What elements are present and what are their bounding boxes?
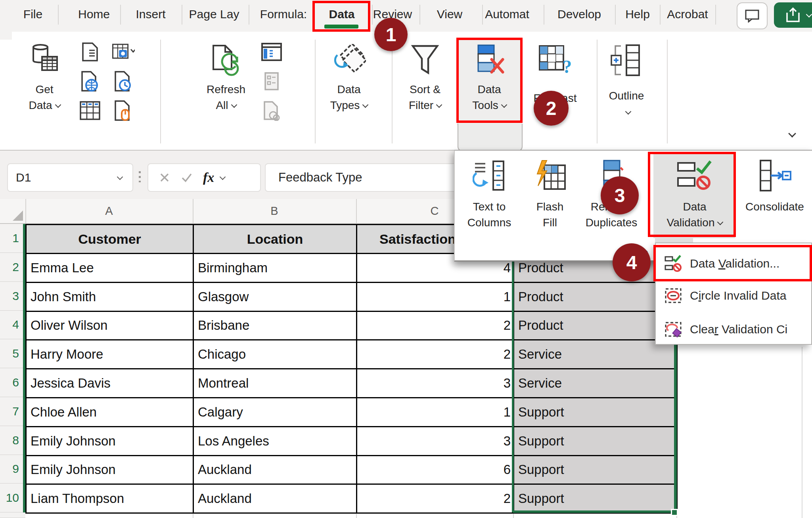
cell-A3[interactable]: John Smith bbox=[26, 282, 193, 311]
get-data-label: Get bbox=[35, 82, 53, 97]
column-header-A[interactable]: A bbox=[25, 199, 193, 223]
enter-check-icon[interactable] bbox=[181, 172, 193, 183]
menu-item-circle-invalid-data[interactable]: Circle Invalid Data bbox=[656, 279, 812, 313]
tab-home[interactable]: Home bbox=[78, 0, 110, 29]
tab-insert[interactable]: Insert bbox=[136, 0, 165, 29]
flash-fill-button[interactable]: Flash Fill bbox=[520, 152, 580, 238]
cell-A5[interactable]: Harry Moore bbox=[26, 340, 193, 369]
cell-D4[interactable]: Product bbox=[514, 311, 677, 340]
cell-A8[interactable]: Emily Johnson bbox=[26, 426, 193, 455]
cell-D5[interactable]: Service bbox=[514, 340, 677, 369]
cell-A2[interactable]: Emma Lee bbox=[26, 254, 193, 283]
row-header-2[interactable]: 2 bbox=[0, 253, 25, 282]
tab-formulas[interactable]: Formula: bbox=[260, 0, 307, 29]
cell-B7[interactable]: Calgary bbox=[193, 398, 357, 426]
sort-filter-button[interactable]: Sort & Filter bbox=[398, 39, 452, 125]
data-tools-button[interactable]: Data Tools bbox=[457, 39, 522, 125]
cell-B1[interactable]: Location bbox=[193, 225, 357, 254]
cell-C10[interactable]: 2 bbox=[357, 484, 514, 513]
queries-connections-icon[interactable] bbox=[260, 40, 283, 63]
menu-item-label: Data Validation... bbox=[690, 257, 779, 270]
tab-view[interactable]: View bbox=[437, 0, 462, 29]
tab-help[interactable]: Help bbox=[625, 0, 650, 29]
cancel-icon[interactable] bbox=[159, 172, 170, 183]
cell-B3[interactable]: Glasgow bbox=[193, 282, 357, 311]
from-text-csv-icon[interactable] bbox=[79, 40, 102, 63]
share-button[interactable] bbox=[774, 2, 812, 28]
menu-item-clear-validation-circles[interactable]: Clear Validation Ci bbox=[656, 312, 812, 346]
row-header-11[interactable] bbox=[0, 512, 25, 518]
cell-C4[interactable]: 2 bbox=[357, 311, 514, 340]
cell-C8[interactable]: 3 bbox=[357, 426, 514, 455]
select-all-corner[interactable] bbox=[0, 199, 26, 223]
cell-D7[interactable]: Support bbox=[514, 398, 677, 426]
tab-automate[interactable]: Automat bbox=[485, 0, 529, 29]
cell-D8[interactable]: Support bbox=[514, 426, 677, 455]
from-web-icon[interactable] bbox=[79, 70, 102, 93]
row-header-3[interactable]: 3 bbox=[0, 282, 25, 311]
row-header-8[interactable]: 8 bbox=[0, 426, 25, 455]
cell-B8[interactable]: Los Angeles bbox=[193, 426, 357, 455]
cell-B2[interactable]: Birmingham bbox=[193, 254, 357, 283]
tab-developer[interactable]: Develop bbox=[557, 0, 601, 29]
refresh-all-button[interactable]: Refresh All bbox=[200, 39, 252, 125]
chevron-down-icon bbox=[436, 101, 442, 108]
cell-D10[interactable]: Support bbox=[514, 484, 677, 513]
fill-handle[interactable] bbox=[671, 509, 678, 516]
data-validation-label2: Validation bbox=[667, 215, 715, 231]
data-types-button[interactable]: Data Types bbox=[323, 39, 375, 125]
cell-C5[interactable]: 2 bbox=[357, 340, 514, 369]
cell-A6[interactable]: Jessica Davis bbox=[26, 369, 193, 398]
get-data-button[interactable]: Get Data bbox=[21, 39, 68, 125]
text-to-columns-button[interactable]: Text to Columns bbox=[460, 152, 519, 238]
data-validation-button[interactable]: Data Validation bbox=[654, 152, 735, 238]
row-header-10[interactable]: 10 bbox=[0, 484, 25, 512]
row-header-4[interactable]: 4 bbox=[0, 311, 25, 340]
tab-acrobat[interactable]: Acrobat bbox=[667, 0, 708, 29]
cell-B10[interactable]: Auckland bbox=[193, 484, 357, 513]
chevron-down-icon bbox=[806, 11, 812, 17]
from-table-range-icon[interactable] bbox=[79, 99, 102, 122]
cell-A1[interactable]: Customer bbox=[26, 225, 193, 254]
cell-D3[interactable]: Product bbox=[514, 282, 677, 311]
cell-C3[interactable]: 1 bbox=[357, 282, 514, 311]
table-row: Emily Johnson Los Angeles 3 Support bbox=[26, 426, 677, 455]
tab-page-layout[interactable]: Page Lay bbox=[189, 0, 239, 29]
text-to-columns-label2: Columns bbox=[467, 215, 511, 231]
data-validation-icon bbox=[665, 254, 683, 273]
name-box[interactable]: D1 bbox=[7, 163, 133, 192]
cell-C7[interactable]: 1 bbox=[357, 398, 514, 426]
tab-file[interactable]: File bbox=[23, 0, 42, 29]
step-badge-3: 3 bbox=[601, 176, 639, 214]
row-header-9[interactable]: 9 bbox=[0, 455, 25, 484]
cell-B5[interactable]: Chicago bbox=[193, 340, 357, 369]
cell-B9[interactable]: Auckland bbox=[193, 455, 357, 484]
cell-D6[interactable]: Service bbox=[514, 369, 677, 398]
existing-connections-icon[interactable] bbox=[112, 99, 135, 122]
cell-A4[interactable]: Oliver Wilson bbox=[26, 311, 193, 340]
row-header-6[interactable]: 6 bbox=[0, 368, 25, 397]
consolidate-button[interactable]: Consolidate bbox=[739, 152, 810, 238]
cell-B6[interactable]: Montreal bbox=[193, 369, 357, 398]
row-header-1[interactable]: 1 bbox=[0, 224, 25, 253]
collapse-ribbon-chevron[interactable] bbox=[788, 130, 796, 138]
row-header-7[interactable]: 7 bbox=[0, 397, 25, 426]
cell-A7[interactable]: Chloe Allen bbox=[26, 398, 193, 426]
consolidate-label: Consolidate bbox=[745, 199, 804, 215]
comments-button[interactable] bbox=[737, 2, 768, 29]
from-picture-icon[interactable] bbox=[112, 40, 135, 63]
cell-C6[interactable]: 3 bbox=[357, 369, 514, 398]
menu-item-data-validation[interactable]: Data Validation... bbox=[656, 247, 812, 281]
column-header-B[interactable]: B bbox=[193, 199, 357, 223]
cell-A10[interactable]: Liam Thompson bbox=[26, 484, 193, 513]
data-validation-label: Data bbox=[683, 199, 706, 215]
cell-B4[interactable]: Brisbane bbox=[193, 311, 357, 340]
recent-sources-icon[interactable] bbox=[112, 70, 135, 93]
fx-icon[interactable]: fx bbox=[203, 170, 214, 185]
outline-button[interactable]: Outline bbox=[599, 39, 654, 125]
cell-A9[interactable]: Emily Johnson bbox=[26, 455, 193, 484]
row-header-5[interactable]: 5 bbox=[0, 339, 25, 368]
text-to-columns-icon bbox=[473, 152, 506, 199]
cell-C9[interactable]: 6 bbox=[357, 455, 514, 484]
cell-D9[interactable]: Support bbox=[514, 455, 677, 484]
